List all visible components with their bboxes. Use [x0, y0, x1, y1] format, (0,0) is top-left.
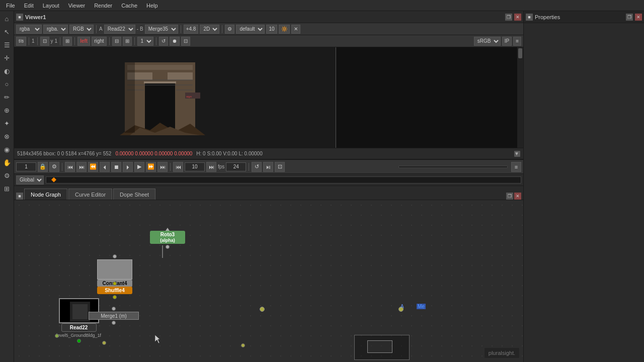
properties-panel: ■ Properties ❐ ✕ [523, 11, 644, 362]
status-expand-btn[interactable]: ▼ [514, 151, 520, 157]
gain2-btn[interactable]: 🔆 [279, 25, 290, 34]
menu-layout[interactable]: Layout [39, 2, 63, 10]
merge1-bar[interactable]: Merge1 (m) [89, 312, 139, 320]
frame-step-input[interactable] [185, 162, 205, 171]
node-roto3[interactable]: Roto3 (alpha) [150, 228, 185, 249]
frame-back-btn[interactable]: ⏴ [100, 162, 110, 172]
tab-node-graph[interactable]: Node Graph [24, 189, 67, 200]
viewer-right-pane[interactable] [336, 47, 517, 148]
tool-settings-icon[interactable]: ⚙ [2, 170, 13, 181]
split-left-btn[interactable]: left [77, 37, 90, 46]
roto3-box[interactable]: Roto3 (alpha) [150, 231, 185, 244]
channel-btn[interactable]: ⊟ [112, 37, 121, 46]
node-graph-area[interactable]: Roto3 (alpha) Constant4 [14, 200, 523, 362]
roi-btn[interactable]: ⊡ [40, 37, 49, 46]
play-btn[interactable]: ▶ [134, 162, 144, 172]
loop-toggle-btn[interactable]: ↺ [252, 162, 262, 172]
shuffle4-box[interactable]: Shuffle4 [97, 287, 132, 294]
bottom-panel-close-btn[interactable]: ✕ [514, 193, 521, 200]
tool-move-icon[interactable]: ✛ [2, 52, 13, 63]
frame-forward-btn[interactable]: ⏵ [123, 162, 133, 172]
timeline-track[interactable] [46, 176, 521, 184]
monitor-btn[interactable]: ⊡ [275, 162, 285, 172]
step-back-btn[interactable]: ⏪ [88, 162, 98, 172]
stop-btn[interactable]: ⏹ [111, 162, 121, 172]
loop-btn[interactable]: ↺ [159, 37, 168, 46]
gamma-btn[interactable]: 10 [266, 25, 277, 34]
channel-select[interactable]: rgbargbalpha [16, 25, 42, 34]
tool-layers-icon[interactable]: ☰ [2, 39, 13, 50]
shuffle4-input-dot [113, 282, 117, 286]
panel-restore-btn[interactable]: ❐ [505, 14, 512, 21]
viewer-vscroll[interactable] [517, 47, 523, 148]
channel2-select[interactable]: rgba. [43, 25, 68, 34]
menu-file[interactable]: File [2, 2, 19, 10]
scope-select[interactable]: Global [16, 175, 44, 185]
lut-select[interactable]: default [236, 25, 265, 34]
split-right-btn[interactable]: right [92, 37, 106, 46]
goto-end-btn[interactable]: ⏭ [157, 162, 168, 172]
tool-transform-icon[interactable]: ⊕ [2, 105, 13, 116]
viewer-settings-btn[interactable]: ⚙ [225, 25, 234, 34]
input-b-select[interactable]: Merge35 [145, 25, 178, 34]
menu-cache[interactable]: Cache [117, 2, 141, 10]
tool-circle-icon[interactable]: ○ [2, 78, 13, 89]
ng-navigator-viewport[interactable] [367, 340, 392, 353]
srgb-select[interactable]: sRGB [474, 37, 501, 46]
props-pin-btn[interactable]: ■ [526, 14, 533, 21]
tool-merge-icon[interactable]: ⊗ [2, 131, 13, 142]
node-shuffle4[interactable]: Shuffle4 [97, 282, 132, 299]
tool-brush-icon[interactable]: ◐ [2, 65, 13, 76]
viewer-left-pane[interactable]: sign [14, 47, 336, 148]
timeline-marker[interactable] [51, 177, 56, 183]
tool-eye-icon[interactable]: ◉ [2, 144, 13, 155]
props-close-btn[interactable]: ✕ [635, 14, 642, 21]
zoom-fit-btn[interactable]: f/8 [16, 37, 26, 46]
tool-pen-icon[interactable]: ✏ [2, 92, 13, 103]
prev-frame-jump-btn[interactable]: ⏮ [173, 162, 183, 172]
panel-close-btn[interactable]: ✕ [514, 14, 521, 21]
props-restore-btn[interactable]: ❐ [626, 14, 633, 21]
settings-btn[interactable]: ⚙ [49, 162, 59, 172]
merge1-input-top [112, 307, 116, 311]
snap-btn[interactable]: ⊡ [181, 37, 190, 46]
view-mode-select[interactable]: 2D3D [200, 25, 219, 34]
gain-dash: - [137, 26, 138, 32]
input-a-select[interactable]: Read22 [104, 25, 135, 34]
gain-btn[interactable]: +4.8 [184, 25, 199, 34]
tool-star-icon[interactable]: ✦ [2, 118, 13, 129]
prev-keyframe-btn[interactable]: ⏭ [76, 162, 87, 172]
frame-number-input[interactable] [16, 162, 36, 171]
menu-help[interactable]: Help [142, 2, 162, 10]
tool-hand-icon[interactable]: ✋ [2, 157, 13, 168]
node-merge1[interactable]: Merge1 (m) [89, 307, 139, 325]
tool-grid-icon[interactable]: ⊞ [2, 183, 13, 194]
compare-btn[interactable]: ⊞ [123, 37, 132, 46]
next-keyframe-btn[interactable]: ⏩ [146, 162, 156, 172]
ip-btn[interactable]: IP [502, 37, 512, 46]
panel-pin-btn[interactable]: ■ [16, 14, 23, 21]
svg-text:sign: sign [186, 95, 192, 98]
record-btn[interactable]: ⏺ [170, 37, 180, 46]
colorspace-select[interactable]: RGB [69, 25, 94, 34]
layout-btn[interactable]: ⊞ [63, 37, 72, 46]
menu-render[interactable]: Render [90, 2, 116, 10]
bounce-btn[interactable]: ⏯ [263, 162, 273, 172]
menu-edit[interactable]: Edit [20, 2, 38, 10]
playback-options-btn[interactable]: ≡ [511, 162, 521, 172]
fps-input[interactable] [226, 162, 246, 171]
next-frame-jump-btn[interactable]: ⏭ [206, 162, 216, 172]
close-viewer-btn[interactable]: ✕ [291, 25, 300, 34]
panel-pin-btn2[interactable]: ■ [16, 193, 23, 200]
goto-start-btn[interactable]: ⏮ [65, 162, 75, 172]
tool-home-icon[interactable]: ⌂ [2, 13, 13, 24]
viewer-more-btn[interactable]: ≡ [513, 37, 521, 46]
lock-btn[interactable]: 🔒 [38, 162, 48, 172]
playback-progress[interactable] [398, 166, 508, 168]
tool-arrow-icon[interactable]: ↖ [2, 26, 13, 37]
tab-dope-sheet[interactable]: Dope Sheet [113, 189, 155, 200]
tab-curve-editor[interactable]: Curve Editor [68, 189, 112, 200]
menu-viewer[interactable]: Viewer [64, 2, 89, 10]
bottom-panel-restore-btn[interactable]: ❐ [506, 193, 513, 200]
frame-select[interactable]: 1 [137, 37, 153, 46]
